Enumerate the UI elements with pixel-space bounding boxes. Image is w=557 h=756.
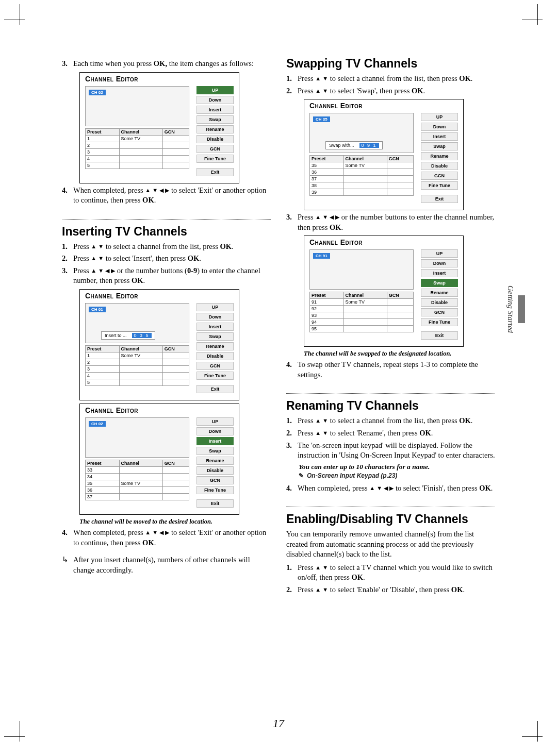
menu-item: GCN xyxy=(421,172,458,180)
channel-editor: Channel EditorCH 02PresetChannelGCN33343… xyxy=(79,404,239,515)
channel-badge: CH 02 xyxy=(89,90,106,95)
menu-item: Swap xyxy=(421,142,458,150)
menu-item: Swap xyxy=(196,115,234,124)
table-cell xyxy=(343,176,387,182)
arrow-icons: ▲ ▼ xyxy=(315,417,328,425)
preview-box: CH 02 xyxy=(85,86,189,126)
table-row: 33 xyxy=(86,466,189,473)
table-cell xyxy=(162,486,189,493)
table-row: 92 xyxy=(310,306,414,312)
table-cell xyxy=(343,182,387,189)
editor-body: CH 91PresetChannelGCN91Some TV92939495UP… xyxy=(304,249,463,341)
step-number: 1. xyxy=(286,74,298,84)
table-row: 4 xyxy=(86,155,189,162)
step-text: Press ▲ ▼ ◀ ▶ or the number buttons to e… xyxy=(298,212,495,232)
table-cell: 3 xyxy=(86,148,120,155)
menu-item: GCN xyxy=(196,145,234,153)
step: 4. When completed, press ▲ ▼ ◀ ▶ to sele… xyxy=(62,186,271,206)
channel-badge: CH 01 xyxy=(89,307,106,312)
table-cell: 1 xyxy=(86,135,120,142)
menu-item: Rename xyxy=(421,152,458,160)
table-cell xyxy=(119,365,162,372)
menu-item: GCN xyxy=(421,308,458,316)
table-cell xyxy=(162,359,189,365)
table-cell: 94 xyxy=(310,319,344,326)
editor-title: Channel Editor xyxy=(304,236,463,249)
step-number: 1. xyxy=(286,416,298,426)
table-cell xyxy=(387,182,413,189)
arrow-icons: ▲ ▼ xyxy=(315,75,328,82)
table-row: 1Some TV xyxy=(86,352,189,359)
section-heading-renaming: Renaming TV Channels xyxy=(286,399,495,413)
table-cell xyxy=(119,379,162,385)
table-row: 35Some TV xyxy=(310,162,414,169)
table-cell: 38 xyxy=(310,182,344,189)
arrow-icons: ▲ ▼ ◀ ▶ xyxy=(145,187,169,194)
arrow-icons: ▲ ▼ xyxy=(315,87,328,95)
step-number: 3. xyxy=(286,212,298,232)
editor-body: CH 02PresetChannelGCN333435Some TV3637UP… xyxy=(80,417,239,509)
table-header: Preset xyxy=(310,292,344,299)
channel-editor: Channel EditorCH 91PresetChannelGCN91Som… xyxy=(304,236,464,347)
table-cell: 35 xyxy=(86,480,120,486)
section-divider xyxy=(62,219,271,220)
editor-body: CH 01Insert to ...0 3 5PresetChannelGCN1… xyxy=(80,303,239,395)
table-cell xyxy=(387,189,413,196)
step-text: The 'on-screen input keypad' will be dis… xyxy=(298,441,495,461)
popup-digits: 0 9 1 xyxy=(359,143,379,148)
menu-item: UP xyxy=(196,86,234,94)
section-heading-enabling: Enabling/Disabling TV Channels xyxy=(286,512,495,526)
footnote-icon: ↳ xyxy=(62,555,73,575)
menu-item: Swap xyxy=(196,332,234,341)
table-cell xyxy=(162,365,189,372)
table-cell: Some TV xyxy=(343,162,387,169)
table-cell xyxy=(387,169,413,176)
table-cell: Some TV xyxy=(119,352,162,359)
table-row: 2 xyxy=(86,142,189,148)
menu-item: Disable xyxy=(421,298,458,307)
table-header: Channel xyxy=(343,292,387,299)
step-text: When completed, press ▲ ▼ ◀ ▶ to select … xyxy=(73,186,271,206)
section-heading-inserting: Inserting TV Channels xyxy=(62,225,271,239)
editor-body: CH 35Swap with...0 9 1PresetChannelGCN35… xyxy=(304,113,463,205)
table-cell: 93 xyxy=(310,312,344,319)
menu-item: Rename xyxy=(196,457,234,465)
arrow-icons: ▲ ▼ xyxy=(91,255,104,262)
menu-exit: Exit xyxy=(421,195,458,203)
table-cell xyxy=(343,189,387,196)
side-tab-bar xyxy=(518,295,525,323)
table-header: GCN xyxy=(162,460,189,466)
table-row: 37 xyxy=(86,493,189,500)
table-cell: 5 xyxy=(86,379,120,385)
table-cell xyxy=(162,372,189,379)
channel-editor-figure: Channel EditorCH 01Insert to ...0 3 5Pre… xyxy=(79,289,271,400)
right-column: Swapping TV Channels 1. Press ▲ ▼ to sel… xyxy=(286,57,495,597)
table-row: 2 xyxy=(86,359,189,365)
editor-title: Channel Editor xyxy=(80,290,239,303)
table-header: GCN xyxy=(387,292,413,299)
menu-item: Fine Tune xyxy=(421,318,458,326)
table-cell: 35 xyxy=(310,162,344,169)
table-cell xyxy=(119,359,162,365)
step-text: Press ▲ ▼ to select a channel from the l… xyxy=(298,416,495,426)
table-row: 35Some TV xyxy=(86,480,189,486)
table-cell xyxy=(387,319,413,326)
table-cell xyxy=(387,326,413,332)
step-number: 2. xyxy=(62,254,73,264)
channel-editor-figure: Channel EditorCH 91PresetChannelGCN91Som… xyxy=(304,236,495,347)
step: 4. When completed, press ▲ ▼ ◀ ▶ to sele… xyxy=(62,528,271,548)
table-row: 93 xyxy=(310,312,414,319)
preset-table: PresetChannelGCN333435Some TV3637 xyxy=(85,460,189,500)
section-divider xyxy=(286,393,495,394)
step-text: Press ▲ ▼ to select a channel from the l… xyxy=(298,74,495,84)
table-header: Preset xyxy=(86,460,120,466)
step-text: Press ▲ ▼ to select 'Rename', then press… xyxy=(298,428,495,439)
table-cell: 91 xyxy=(310,299,344,306)
step-number: 4. xyxy=(62,528,73,548)
table-cell xyxy=(119,155,162,162)
step: 2. Press ▲ ▼ to select 'Rename', then pr… xyxy=(286,428,495,439)
table-row: 91Some TV xyxy=(310,299,414,306)
channel-badge: CH 91 xyxy=(313,253,330,259)
step: 3. Press ▲ ▼ ◀ ▶ or the number buttons (… xyxy=(62,266,271,286)
menu-item: Down xyxy=(421,259,458,267)
